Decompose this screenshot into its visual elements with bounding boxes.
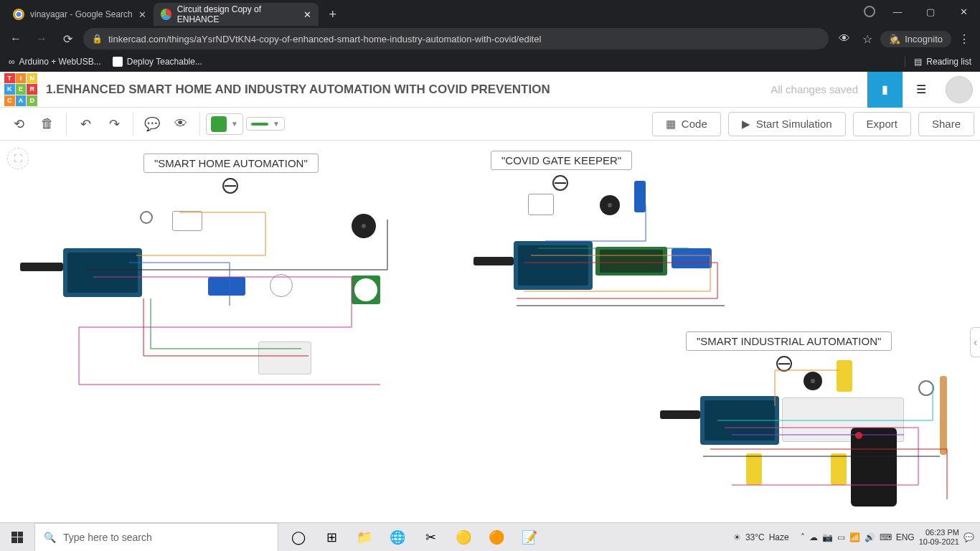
ultrasonic-sensor[interactable]: [208, 277, 245, 296]
usb-cable[interactable]: [660, 410, 700, 419]
bookmark-item[interactable]: ∞ Arduino + WebUSB...: [9, 57, 101, 67]
chrome-icon[interactable]: 🟠: [481, 523, 512, 552]
light-bulb[interactable]: [140, 211, 153, 224]
language-indicator[interactable]: ENG: [896, 532, 915, 542]
collapse-icon[interactable]: —: [552, 175, 568, 191]
taskbar-search[interactable]: 🔍 Type here to search: [34, 523, 278, 552]
color-picker[interactable]: ▼: [206, 113, 243, 135]
sun-icon: ☀: [733, 532, 741, 542]
arduino-favicon-icon: ∞: [9, 57, 15, 67]
flex-sensor[interactable]: [940, 376, 947, 455]
clock[interactable]: 06:23 PM 10-09-2021: [919, 528, 959, 545]
tab-title: vinayagar - Google Search: [30, 9, 133, 19]
collapse-icon[interactable]: —: [776, 356, 792, 372]
system-tray: ☀ 33°C Haze ˄ ☁ 📷 ▭ 📶 🔊 ⌨ ENG 06:23 PM 1…: [733, 528, 980, 545]
buzzer[interactable]: [352, 214, 376, 238]
dc-motor[interactable]: [837, 360, 852, 392]
tab-close-icon[interactable]: ✕: [138, 9, 146, 20]
bookmark-item[interactable]: Deploy Teachable...: [113, 57, 202, 67]
incognito-eye-icon[interactable]: 👁: [834, 29, 854, 49]
volume-icon[interactable]: 🔊: [864, 532, 875, 542]
browser-tab[interactable]: Circuit design Copy of ENHANCE ✕: [154, 3, 319, 26]
nav-forward-button[interactable]: →: [32, 29, 52, 49]
edge-icon[interactable]: 🌐: [382, 523, 413, 552]
lcd-display[interactable]: [595, 247, 667, 276]
window-maximize-button[interactable]: ▢: [914, 0, 947, 23]
annotate-button[interactable]: 💬: [139, 111, 165, 137]
battery-icon[interactable]: ▭: [837, 532, 845, 542]
gas-sensor[interactable]: [270, 274, 293, 297]
tab-close-icon[interactable]: ✕: [303, 9, 311, 20]
circuit-label[interactable]: "SMART INDUSTRIAL AUTOMATION": [686, 331, 892, 351]
view-toggle-button[interactable]: 👁: [168, 111, 194, 137]
usb-cable[interactable]: [473, 257, 514, 265]
delete-button[interactable]: 🗑: [34, 111, 60, 137]
explorer-icon[interactable]: 📁: [349, 523, 380, 552]
bookmark-star-icon[interactable]: ☆: [857, 29, 877, 49]
address-bar[interactable]: 🔒 tinkercad.com/things/aYsrNDVtKN4-copy-…: [83, 28, 829, 50]
circuit-label[interactable]: "SMART HOME AUTOMATION": [143, 154, 319, 173]
new-tab-button[interactable]: +: [323, 4, 343, 24]
pressure-sensor[interactable]: [918, 380, 934, 396]
zoom-to-fit-button[interactable]: ⛶: [7, 148, 29, 169]
temperature-sensor[interactable]: [634, 181, 646, 212]
onedrive-icon[interactable]: ☁: [809, 532, 818, 542]
redo-button[interactable]: ↷: [101, 111, 127, 137]
start-button[interactable]: [0, 523, 34, 552]
arduino-board[interactable]: [63, 248, 142, 297]
relay-module[interactable]: [172, 211, 202, 231]
ultrasonic-sensor[interactable]: [672, 248, 712, 268]
tinkercad-logo[interactable]: TIN KER CAD: [4, 73, 37, 106]
nav-back-button[interactable]: ←: [6, 29, 26, 49]
dc-motor[interactable]: [746, 453, 762, 485]
notepad-icon[interactable]: 📝: [514, 523, 545, 552]
circuit-label[interactable]: "COVID GATE KEEPER": [491, 151, 632, 170]
design-canvas[interactable]: ⛶ ‹ "SMART HOME AUTOMATION" — "COVID GAT…: [0, 141, 980, 542]
notifications-icon[interactable]: 💬: [963, 532, 974, 542]
ir-remote[interactable]: [851, 428, 897, 507]
meet-now-icon[interactable]: 📷: [822, 532, 833, 542]
code-button[interactable]: ▦ Code: [652, 112, 721, 136]
arduino-board[interactable]: [700, 396, 779, 445]
google-favicon-icon: [13, 9, 24, 20]
components-panel-handle[interactable]: ‹: [970, 327, 980, 357]
pir-sensor[interactable]: [352, 276, 380, 304]
project-title[interactable]: 1.ENHANCED SMART HOME AND INDUSTRY AUTOM…: [46, 83, 550, 97]
undo-button[interactable]: ↶: [72, 111, 98, 137]
export-button[interactable]: Export: [853, 112, 911, 136]
window-minimize-button[interactable]: —: [881, 0, 914, 23]
arduino-board[interactable]: [514, 241, 593, 290]
color-swatch: [211, 116, 227, 132]
browser-menu-button[interactable]: ⋮: [954, 29, 974, 49]
task-view-icon[interactable]: ⊞: [316, 523, 347, 552]
keyboard-icon[interactable]: ⌨: [880, 532, 892, 542]
circuit-view-button[interactable]: ▮: [867, 72, 903, 108]
play-icon: ▶: [742, 118, 750, 131]
start-simulation-button[interactable]: ▶ Start Simulation: [728, 112, 846, 136]
buzzer[interactable]: [600, 195, 620, 215]
servo-motor[interactable]: [528, 194, 554, 215]
share-button[interactable]: Share: [918, 112, 974, 136]
list-view-button[interactable]: ☰: [903, 72, 938, 108]
profile-avatar-icon[interactable]: [858, 0, 881, 23]
browser-tab[interactable]: vinayagar - Google Search ✕: [6, 3, 154, 26]
collapse-icon[interactable]: —: [222, 178, 238, 194]
wire-style-picker[interactable]: ▼: [246, 117, 285, 131]
wifi-icon[interactable]: 📶: [849, 532, 860, 542]
wire-swatch: [251, 123, 268, 126]
dc-motor[interactable]: [831, 453, 847, 485]
reading-list-button[interactable]: ▤ Reading list: [905, 57, 971, 67]
buzzer[interactable]: [804, 372, 822, 390]
tray-chevron-icon[interactable]: ˄: [801, 532, 805, 542]
chrome-icon[interactable]: 🟡: [448, 523, 479, 552]
nav-reload-button[interactable]: ⟳: [57, 29, 77, 49]
usb-cable[interactable]: [20, 263, 63, 271]
user-avatar[interactable]: [946, 76, 973, 103]
cortana-icon[interactable]: ◯: [283, 523, 314, 552]
snip-icon[interactable]: ✂: [415, 523, 446, 552]
window-close-button[interactable]: ✕: [947, 0, 980, 23]
weather-widget[interactable]: ☀ 33°C Haze: [733, 532, 789, 542]
rotate-button[interactable]: ⟲: [6, 111, 32, 137]
incognito-badge[interactable]: 🕵 Incognito: [880, 31, 951, 47]
breadboard[interactable]: [258, 342, 311, 375]
